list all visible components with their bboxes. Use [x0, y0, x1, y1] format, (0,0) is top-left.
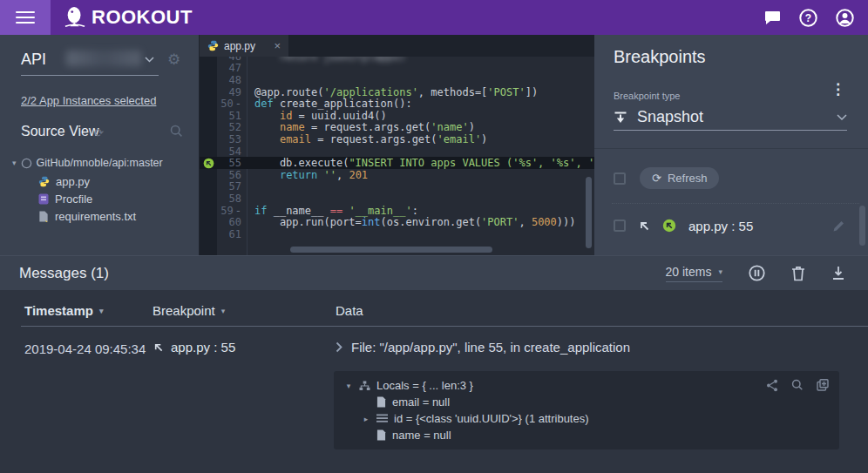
line-number: 51 [217, 110, 248, 122]
code-line-50[interactable]: 50-def create_application(): [200, 98, 594, 110]
fold-marker[interactable]: - [235, 205, 241, 217]
caret-down-icon[interactable]: ▾ [12, 159, 17, 167]
breakpoint-marker-icon[interactable] [200, 158, 217, 169]
locals-entry-text: name = null [392, 429, 451, 442]
locals-row[interactable]: ▸id = {<class 'uuid.UUID'>} (1 attribute… [344, 410, 829, 427]
breakpoint-checkbox[interactable] [614, 220, 626, 232]
code-line-55[interactable]: 55 db.execute("INSERT INTO apps VALUES (… [200, 157, 594, 169]
tree-file-Procfile[interactable]: Procfile [38, 190, 136, 207]
line-number: 56 [217, 169, 248, 181]
line-number: 48 [217, 74, 248, 86]
hamburger-menu-button[interactable] [0, 0, 51, 35]
code-text: name = request.args.get('name') [248, 121, 475, 133]
line-number: 61 [217, 228, 248, 240]
code-line-48[interactable]: 48 [200, 74, 594, 86]
code-area[interactable]: 46 return jsonify(apps)474849@app.route(… [200, 57, 594, 255]
tab-app-py[interactable]: app.py × [200, 35, 288, 57]
message-data-cell[interactable]: File: "/app/app.py", line 55, in create_… [336, 340, 630, 355]
column-timestamp-label: Timestamp [24, 303, 93, 318]
chevron-right-icon[interactable] [336, 341, 343, 353]
download-icon[interactable] [831, 266, 845, 280]
locals-row[interactable]: email = null [344, 394, 829, 410]
repo-tree-root[interactable]: ▾ GitHub/mnoble/api:master [12, 157, 163, 169]
trash-icon[interactable] [791, 266, 805, 281]
messages-title: Messages (1) [19, 265, 109, 282]
line-number: 47 [217, 62, 248, 74]
share-icon[interactable] [766, 379, 778, 392]
locals-row[interactable]: ▾Locals = { ... len:3 } [344, 377, 829, 394]
project-select[interactable]: API [21, 51, 46, 69]
help-icon[interactable]: ? [799, 9, 817, 27]
locals-row[interactable]: name = null [344, 427, 829, 443]
copy-add-icon[interactable] [817, 379, 829, 392]
line-number: 57 [217, 180, 248, 193]
tree-file-app-py[interactable]: app.py [38, 172, 136, 190]
logo-text: ROOKOUT [92, 6, 193, 29]
code-line-49[interactable]: 49@app.route('/applications', methods=['… [200, 86, 594, 98]
redacted-project-name [66, 51, 141, 66]
code-line-53[interactable]: 53 email = request.args.get('email') [200, 133, 594, 145]
account-icon[interactable] [836, 9, 854, 27]
code-line-60[interactable]: 60 app.run(port=int(os.environ.get('PORT… [200, 216, 594, 228]
breakpoint-type-value: Snapshot [637, 108, 703, 126]
column-breakpoint-label: Breakpoint [153, 303, 215, 318]
column-timestamp[interactable]: Timestamp ▾ [24, 303, 103, 318]
rookout-logo: ROOKOUT [64, 5, 193, 30]
github-icon [21, 158, 32, 169]
edit-pencil-icon[interactable] [832, 220, 845, 233]
code-line-56[interactable]: 56 return '', 201 [200, 169, 594, 181]
pause-icon[interactable] [749, 265, 765, 281]
top-bar: ROOKOUT ? [0, 0, 868, 35]
goto-source-arrow-icon[interactable] [638, 220, 650, 232]
code-line-46[interactable]: 46 return jsonify(apps) [200, 57, 594, 63]
items-count-select[interactable]: 20 items ▾ [666, 265, 722, 282]
tree-icon [359, 381, 370, 391]
code-line-54[interactable]: 54 [200, 145, 594, 158]
locals-entry-text: id = {<class 'uuid.UUID'>} (1 attributes… [394, 412, 589, 425]
code-line-52[interactable]: 52 name = request.args.get('name') [200, 122, 594, 134]
app-instances-link[interactable]: 2/2 App Instances selected [21, 94, 156, 107]
line-number: 52 [217, 121, 248, 133]
project-select-underline [21, 75, 159, 76]
column-breakpoint[interactable]: Breakpoint ▾ [153, 303, 225, 318]
doc-icon [376, 429, 386, 441]
code-line-59[interactable]: 59-if __name__ == '__main__': [200, 205, 594, 217]
breakpoint-status-icon [662, 219, 676, 233]
expand-caret-icon[interactable]: ▾ [344, 382, 353, 390]
code-line-57[interactable]: 57 [200, 181, 594, 193]
rookout-app: ROOKOUT ? API ⚙ 2/2 App Instances select… [0, 0, 868, 473]
gear-icon[interactable]: ⚙ [167, 51, 180, 69]
close-icon[interactable]: × [274, 39, 281, 52]
tree-file-requirements-txt[interactable]: requirements.txt [38, 207, 136, 225]
expand-caret-icon[interactable]: ▸ [362, 415, 370, 423]
message-timestamp: 2019-04-24 09:45:34 [24, 341, 146, 356]
breakpoint-list-item[interactable]: app.py : 55 [614, 213, 845, 239]
chevron-down-icon[interactable] [145, 57, 154, 63]
sync-icon[interactable]: ⟳ [94, 126, 104, 139]
messages-header: Messages (1) 20 items ▾ [0, 256, 868, 290]
code-line-47[interactable]: 47 [200, 63, 594, 75]
line-number: 49 [217, 86, 248, 98]
search-icon[interactable] [170, 125, 183, 138]
search-icon[interactable] [791, 379, 804, 392]
refresh-button[interactable]: ⟳ Refresh [640, 167, 719, 189]
kebab-menu-icon[interactable]: ⋮ [831, 80, 845, 98]
vertical-scrollbar[interactable] [586, 177, 592, 248]
breakpoint-type-select[interactable]: Snapshot [614, 105, 847, 131]
horizontal-scrollbar[interactable] [290, 247, 492, 253]
select-all-checkbox[interactable] [614, 172, 626, 185]
fold-marker[interactable]: - [235, 98, 241, 110]
message-breakpoint-label: app.py : 55 [171, 340, 235, 355]
editor-tab-bar: app.py × [200, 35, 594, 57]
code-line-51[interactable]: 51 id = uuid.uuid4() [200, 110, 594, 122]
panel-divider-dotted [612, 203, 859, 204]
panel-scrollbar[interactable] [859, 206, 865, 246]
code-text: return '', 201 [248, 169, 368, 181]
code-line-58[interactable]: 58 [200, 193, 594, 205]
code-line-61[interactable]: 61 [200, 228, 594, 240]
message-breakpoint-cell[interactable]: app.py : 55 [153, 340, 235, 355]
column-data: Data [336, 303, 363, 318]
python-icon [38, 176, 50, 187]
chat-icon[interactable] [764, 10, 781, 25]
breakpoint-type-label: Breakpoint type [614, 91, 680, 101]
